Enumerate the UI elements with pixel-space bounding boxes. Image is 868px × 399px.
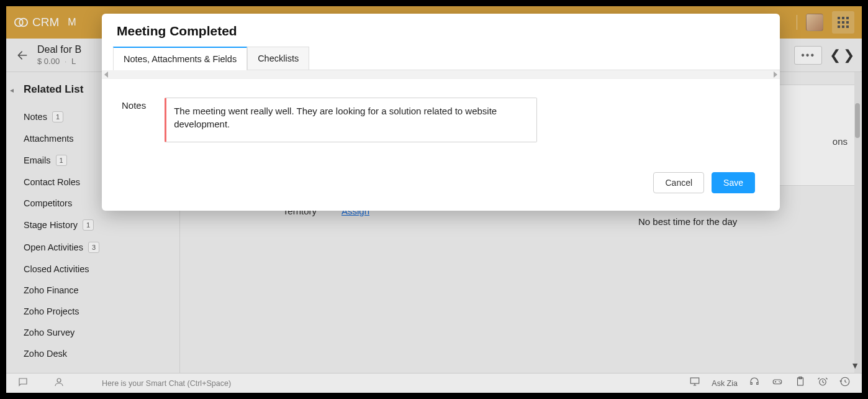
prev-record-button[interactable]: ❮ [830,47,841,63]
sidebar-item-label: Competitors [24,198,72,208]
ask-zia-link[interactable]: Ask Zia [712,379,738,388]
count-badge: 1 [83,219,94,231]
sidebar-item-label: Zoho Survey [24,328,75,337]
sidebar-item-label: Notes [24,112,47,122]
svg-rect-12 [691,378,700,383]
chat-icon[interactable] [17,377,29,390]
deal-subtitle: $ 0.00 · L [37,57,81,66]
sidebar-item-zoho-finance[interactable]: Zoho Finance [19,280,167,301]
svg-rect-13 [773,380,782,384]
svg-rect-8 [838,25,840,28]
app-switcher-icon[interactable] [832,11,854,34]
tab-checklists[interactable]: Checklists [247,47,309,70]
cancel-button[interactable]: Cancel [653,172,704,193]
monitor-icon[interactable] [689,376,700,390]
contacts-icon[interactable] [53,377,65,390]
svg-rect-5 [838,21,840,24]
back-button[interactable] [14,47,31,64]
expand-down-icon[interactable]: ▼ [851,360,859,370]
clipboard-icon[interactable] [795,376,806,390]
next-record-button[interactable]: ❯ [843,47,854,63]
svg-rect-7 [846,21,849,24]
svg-rect-6 [842,21,844,24]
app-name: CRM [32,16,59,29]
notes-input[interactable] [165,98,537,142]
sidebar-item-zoho-desk[interactable]: Zoho Desk [19,343,167,364]
modal-tabs: Notes, Attachments & Fields Checklists [113,46,780,70]
sidebar-item-label: Attachments [24,134,74,144]
headset-icon[interactable] [749,376,760,390]
sidebar-item-label: Open Activities [24,242,83,252]
gamepad-icon[interactable] [771,376,784,390]
sidebar-item-open-activities[interactable]: Open Activities3 [19,236,167,259]
scrollbar[interactable] [854,72,861,373]
sidebar-item-label: Zoho Projects [24,306,79,316]
sidebar-item-zoho-survey[interactable]: Zoho Survey [19,322,167,343]
no-best-time-text: No best time for the day [638,216,857,227]
deal-title: Deal for B [37,44,81,55]
modal-title: Meeting Completed [102,14,780,46]
sidebar-item-stage-history[interactable]: Stage History1 [19,214,167,236]
topbar-menu-initial[interactable]: M [68,17,76,28]
save-button[interactable]: Save [712,172,755,193]
svg-rect-3 [842,17,844,19]
sidebar-item-zoho-projects[interactable]: Zoho Projects [19,301,167,322]
notes-label: Notes [122,100,146,142]
svg-rect-10 [846,25,849,28]
tab-notes-attachments-fields[interactable]: Notes, Attachments & Fields [113,47,247,70]
smart-chat-hint[interactable]: Here is your Smart Chat (Ctrl+Space) [102,379,231,388]
sidebar-item-label: Zoho Desk [24,349,67,359]
count-badge: 1 [52,111,63,122]
sidebar-item-closed-activities[interactable]: Closed Activities [19,259,167,280]
history-icon[interactable] [839,376,851,390]
svg-rect-4 [846,17,849,19]
crm-logo-icon [14,15,29,30]
topbar-divider [797,15,797,30]
sidebar-collapse-icon[interactable]: ◂ [10,86,14,94]
status-bar: Here is your Smart Chat (Ctrl+Space) Ask… [6,373,862,393]
alarm-icon[interactable] [817,376,828,390]
svg-point-11 [57,378,61,382]
svg-point-14 [779,381,780,382]
sidebar-item-label: Contact Roles [24,177,80,187]
more-actions-button[interactable]: ••• [794,46,822,65]
svg-point-15 [780,382,781,383]
avatar[interactable] [806,14,823,31]
scrollbar-thumb[interactable] [855,103,860,138]
svg-point-0 [15,19,23,27]
sidebar-item-label: Emails [24,155,51,165]
sidebar-item-label: Closed Activities [24,264,89,274]
svg-point-1 [19,19,27,27]
horizontal-scroll-strip[interactable] [102,70,780,79]
sidebar-item-label: Zoho Finance [24,285,79,295]
count-badge: 3 [88,242,99,253]
svg-rect-9 [842,25,844,28]
sidebar-item-label: Stage History [24,220,78,230]
count-badge: 1 [56,155,67,166]
meeting-completed-modal: Meeting Completed Notes, Attachments & F… [102,14,780,211]
svg-rect-2 [838,17,840,19]
app-logo[interactable]: CRM [14,15,59,30]
